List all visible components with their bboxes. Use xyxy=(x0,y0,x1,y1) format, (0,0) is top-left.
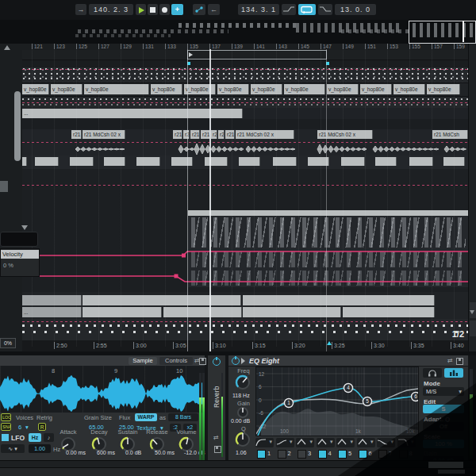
eq-q-knob[interactable] xyxy=(234,431,251,448)
clip-block[interactable] xyxy=(22,157,27,166)
spectrum-toggle-button[interactable] xyxy=(444,368,463,378)
reverb-device-collapsed[interactable]: Reverb ⇄ xyxy=(208,355,225,460)
audio-clip[interactable]: v_hop80e xyxy=(184,84,216,94)
overview-view-box[interactable] xyxy=(409,21,476,44)
audio-clip[interactable]: v_hop80e xyxy=(51,84,83,94)
punch-in-button[interactable] xyxy=(282,4,296,15)
band-8-enable-toggle[interactable] xyxy=(399,450,408,459)
record-button[interactable] xyxy=(159,4,170,15)
eq-eight-header[interactable]: EQ Eight ⇄ xyxy=(228,355,468,367)
audio-clip[interactable]: r2 xyxy=(218,130,225,139)
audio-clip[interactable]: v_hop80e xyxy=(151,84,182,94)
band-5-shape-select[interactable]: ▾ xyxy=(336,438,355,447)
velocity-chooser[interactable]: Velocity xyxy=(1,250,39,259)
clip-block[interactable] xyxy=(104,157,125,166)
audio-clip[interactable] xyxy=(163,307,242,317)
audio-clip[interactable]: v_hop80e xyxy=(284,84,325,94)
band-6-enable-toggle[interactable] xyxy=(359,450,367,459)
scale-value[interactable]: 100 % xyxy=(423,440,464,448)
audio-clip[interactable]: r21 MdCsh 02 x xyxy=(236,130,294,139)
save-preset-icon[interactable] xyxy=(214,446,221,453)
save-preset-icon[interactable] xyxy=(199,358,206,365)
band-7-enable-toggle[interactable] xyxy=(378,450,387,459)
fold-device-icon[interactable] xyxy=(241,358,245,364)
clip-block[interactable] xyxy=(341,157,365,166)
warp-button[interactable]: WARP xyxy=(135,413,157,421)
lfo-enable-checkbox[interactable] xyxy=(2,434,9,441)
lfo-rate-value[interactable]: 1.00 xyxy=(29,444,51,453)
clip-block[interactable] xyxy=(273,157,297,166)
loop-switch[interactable] xyxy=(298,4,316,15)
automation-arm-button[interactable] xyxy=(193,4,205,15)
edit-channel-button[interactable]: S xyxy=(423,405,464,413)
warp-bars-box[interactable]: 8 Bars xyxy=(168,413,198,421)
audio-clip[interactable]: v_hop80e xyxy=(327,84,359,94)
audio-clip[interactable]: v_hop80e xyxy=(360,84,392,94)
audio-clip[interactable]: v_hop80e xyxy=(84,84,149,94)
bar-ruler[interactable]: 1211231251271291311331351371391411431451… xyxy=(0,44,468,50)
voices-dropdown-icon[interactable]: ▾ xyxy=(25,424,29,431)
track-row-dash-pattern[interactable] xyxy=(22,97,468,109)
band-2-shape-select[interactable]: ▾ xyxy=(276,438,294,447)
clip-block[interactable] xyxy=(375,157,397,166)
retrig-button[interactable]: R xyxy=(38,423,46,431)
midi-clip-header[interactable] xyxy=(188,210,469,216)
audio-clip[interactable] xyxy=(343,307,435,317)
audition-button[interactable] xyxy=(423,368,442,378)
band-8-shape-select[interactable]: ▾ xyxy=(397,438,416,447)
loop-start-field[interactable]: 134. 3. 1 xyxy=(238,4,279,15)
eq-freq-knob[interactable] xyxy=(234,374,251,391)
scroll-box[interactable] xyxy=(470,321,476,336)
audio-clip[interactable]: v_hop80e xyxy=(427,84,460,94)
audio-clip[interactable]: r21 xyxy=(173,130,182,139)
time-ruler[interactable]: 2:502:553:003:053:103:153:203:253:303:35… xyxy=(22,340,468,351)
velocity-value[interactable]: 0 % xyxy=(3,262,13,269)
audio-clip[interactable] xyxy=(83,307,162,317)
sample-waveform-display[interactable]: 8 9 10 xyxy=(0,366,205,413)
clip-block[interactable] xyxy=(409,157,433,166)
loop-length-field[interactable]: 13. 0. 0 xyxy=(335,4,376,15)
loop-button[interactable]: LOOP xyxy=(1,413,11,421)
band-6-shape-select[interactable]: ▾ xyxy=(357,438,375,447)
vertical-scrollbar[interactable] xyxy=(14,91,21,161)
zoom-percent-box[interactable]: 0% xyxy=(0,338,16,348)
clip-block[interactable] xyxy=(35,157,59,166)
band-4-shape-select[interactable]: ▾ xyxy=(317,438,335,447)
hot-swap-icon[interactable]: ⇄ xyxy=(213,435,219,441)
clip-block[interactable] xyxy=(239,157,260,166)
audio-clip[interactable]: r21 MdCsh 02 x xyxy=(83,130,125,139)
envelope-box[interactable] xyxy=(0,232,38,247)
lfo-shape-select[interactable]: ∿ ▾ xyxy=(1,444,25,453)
band-7-shape-select[interactable]: ▾ xyxy=(377,438,395,447)
lfo-hz-button[interactable]: Hz xyxy=(29,433,41,442)
scroll-handle[interactable] xyxy=(0,181,8,192)
play-button[interactable] xyxy=(136,4,146,15)
arrangement-overview[interactable] xyxy=(0,20,476,44)
voices-value[interactable]: 6 xyxy=(18,424,21,431)
band-4-enable-toggle[interactable] xyxy=(318,450,327,459)
scroll-down-arrow-icon[interactable] xyxy=(21,225,28,230)
audio-clip[interactable]: r21 xyxy=(71,130,82,139)
audio-clip[interactable] xyxy=(243,295,435,305)
tab-controls[interactable]: Controls xyxy=(159,357,193,365)
scroll-down-icon[interactable] xyxy=(470,310,474,314)
audio-clip[interactable]: v_hop80e xyxy=(217,84,249,94)
audio-clip[interactable] xyxy=(22,295,82,305)
clip-block[interactable] xyxy=(205,157,228,166)
tab-sample[interactable]: Sample xyxy=(129,357,157,365)
stop-button[interactable] xyxy=(148,4,158,15)
granulator-header[interactable]: Sample Controls ⇄ xyxy=(0,355,205,367)
eq-power-button[interactable] xyxy=(232,357,240,365)
audio-clip[interactable]: r21 xyxy=(225,130,235,139)
scroll-up-arrow-icon[interactable] xyxy=(4,45,10,50)
band-1-shape-select[interactable]: ▾ xyxy=(255,438,274,447)
audio-clip[interactable]: v_hop80e xyxy=(393,84,425,94)
snap-button[interactable]: SNAP xyxy=(1,423,11,431)
clip-block[interactable] xyxy=(136,157,160,166)
clip-block[interactable] xyxy=(171,157,193,166)
follow-button[interactable]: → xyxy=(75,4,86,15)
adaptq-toggle[interactable]: Off xyxy=(423,422,464,431)
mode-select[interactable]: M/S▾ xyxy=(423,387,464,396)
automation-lines[interactable] xyxy=(22,244,468,292)
band-5-enable-toggle[interactable] xyxy=(338,450,347,459)
